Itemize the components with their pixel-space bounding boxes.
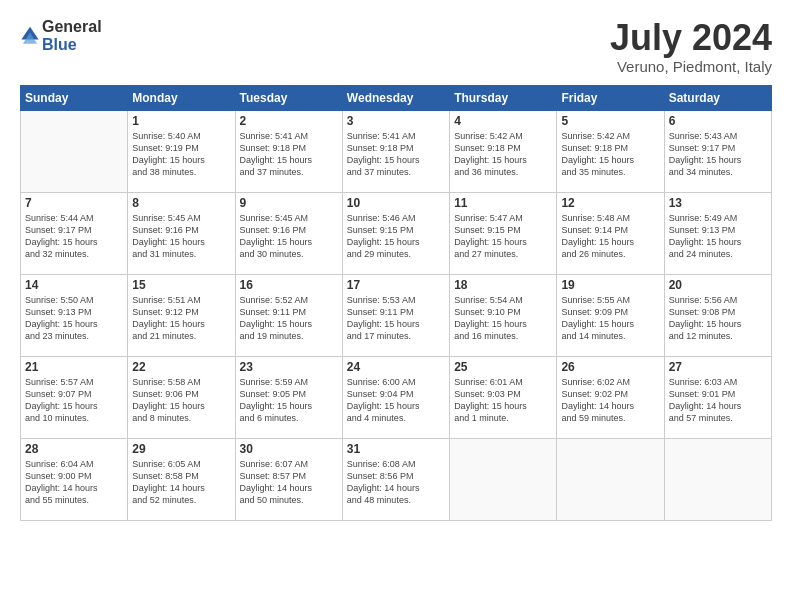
month-title: July 2024 [610,18,772,58]
day-info: Sunrise: 5:56 AM Sunset: 9:08 PM Dayligh… [669,294,767,343]
logo-icon [20,24,40,48]
col-saturday: Saturday [664,85,771,110]
header: General Blue July 2024 Veruno, Piedmont,… [20,18,772,75]
table-row: 12Sunrise: 5:48 AM Sunset: 9:14 PM Dayli… [557,192,664,274]
day-info: Sunrise: 5:47 AM Sunset: 9:15 PM Dayligh… [454,212,552,261]
day-number: 18 [454,278,552,292]
day-info: Sunrise: 6:00 AM Sunset: 9:04 PM Dayligh… [347,376,445,425]
day-info: Sunrise: 5:55 AM Sunset: 9:09 PM Dayligh… [561,294,659,343]
table-row: 21Sunrise: 5:57 AM Sunset: 9:07 PM Dayli… [21,356,128,438]
table-row: 6Sunrise: 5:43 AM Sunset: 9:17 PM Daylig… [664,110,771,192]
logo-general-text: General [42,18,102,36]
col-monday: Monday [128,85,235,110]
table-row: 10Sunrise: 5:46 AM Sunset: 9:15 PM Dayli… [342,192,449,274]
day-number: 29 [132,442,230,456]
day-number: 27 [669,360,767,374]
day-info: Sunrise: 6:01 AM Sunset: 9:03 PM Dayligh… [454,376,552,425]
day-info: Sunrise: 5:42 AM Sunset: 9:18 PM Dayligh… [561,130,659,179]
day-info: Sunrise: 5:46 AM Sunset: 9:15 PM Dayligh… [347,212,445,261]
logo-text: General Blue [42,18,102,53]
table-row: 25Sunrise: 6:01 AM Sunset: 9:03 PM Dayli… [450,356,557,438]
table-row: 1Sunrise: 5:40 AM Sunset: 9:19 PM Daylig… [128,110,235,192]
table-row: 15Sunrise: 5:51 AM Sunset: 9:12 PM Dayli… [128,274,235,356]
table-row [557,438,664,520]
day-info: Sunrise: 5:59 AM Sunset: 9:05 PM Dayligh… [240,376,338,425]
day-info: Sunrise: 5:42 AM Sunset: 9:18 PM Dayligh… [454,130,552,179]
table-row: 26Sunrise: 6:02 AM Sunset: 9:02 PM Dayli… [557,356,664,438]
table-row: 18Sunrise: 5:54 AM Sunset: 9:10 PM Dayli… [450,274,557,356]
day-info: Sunrise: 5:44 AM Sunset: 9:17 PM Dayligh… [25,212,123,261]
table-row: 29Sunrise: 6:05 AM Sunset: 8:58 PM Dayli… [128,438,235,520]
day-info: Sunrise: 6:07 AM Sunset: 8:57 PM Dayligh… [240,458,338,507]
col-sunday: Sunday [21,85,128,110]
day-info: Sunrise: 6:03 AM Sunset: 9:01 PM Dayligh… [669,376,767,425]
day-info: Sunrise: 6:04 AM Sunset: 9:00 PM Dayligh… [25,458,123,507]
day-info: Sunrise: 5:45 AM Sunset: 9:16 PM Dayligh… [240,212,338,261]
table-row: 8Sunrise: 5:45 AM Sunset: 9:16 PM Daylig… [128,192,235,274]
table-row: 11Sunrise: 5:47 AM Sunset: 9:15 PM Dayli… [450,192,557,274]
day-number: 1 [132,114,230,128]
day-number: 5 [561,114,659,128]
title-block: July 2024 Veruno, Piedmont, Italy [610,18,772,75]
day-info: Sunrise: 5:49 AM Sunset: 9:13 PM Dayligh… [669,212,767,261]
day-info: Sunrise: 5:52 AM Sunset: 9:11 PM Dayligh… [240,294,338,343]
table-row: 28Sunrise: 6:04 AM Sunset: 9:00 PM Dayli… [21,438,128,520]
table-row [21,110,128,192]
col-thursday: Thursday [450,85,557,110]
calendar-week-row: 28Sunrise: 6:04 AM Sunset: 9:00 PM Dayli… [21,438,772,520]
day-info: Sunrise: 6:05 AM Sunset: 8:58 PM Dayligh… [132,458,230,507]
day-number: 6 [669,114,767,128]
table-row [664,438,771,520]
day-info: Sunrise: 5:43 AM Sunset: 9:17 PM Dayligh… [669,130,767,179]
calendar-week-row: 14Sunrise: 5:50 AM Sunset: 9:13 PM Dayli… [21,274,772,356]
location: Veruno, Piedmont, Italy [610,58,772,75]
table-row: 27Sunrise: 6:03 AM Sunset: 9:01 PM Dayli… [664,356,771,438]
table-row: 31Sunrise: 6:08 AM Sunset: 8:56 PM Dayli… [342,438,449,520]
table-row: 24Sunrise: 6:00 AM Sunset: 9:04 PM Dayli… [342,356,449,438]
day-number: 8 [132,196,230,210]
day-number: 4 [454,114,552,128]
day-number: 2 [240,114,338,128]
table-row: 7Sunrise: 5:44 AM Sunset: 9:17 PM Daylig… [21,192,128,274]
table-row: 22Sunrise: 5:58 AM Sunset: 9:06 PM Dayli… [128,356,235,438]
day-number: 14 [25,278,123,292]
day-number: 20 [669,278,767,292]
day-info: Sunrise: 5:57 AM Sunset: 9:07 PM Dayligh… [25,376,123,425]
day-number: 19 [561,278,659,292]
table-row: 30Sunrise: 6:07 AM Sunset: 8:57 PM Dayli… [235,438,342,520]
day-number: 15 [132,278,230,292]
day-number: 9 [240,196,338,210]
table-row: 20Sunrise: 5:56 AM Sunset: 9:08 PM Dayli… [664,274,771,356]
day-info: Sunrise: 5:41 AM Sunset: 9:18 PM Dayligh… [347,130,445,179]
day-number: 16 [240,278,338,292]
calendar-week-row: 21Sunrise: 5:57 AM Sunset: 9:07 PM Dayli… [21,356,772,438]
table-row: 3Sunrise: 5:41 AM Sunset: 9:18 PM Daylig… [342,110,449,192]
day-number: 31 [347,442,445,456]
table-row: 13Sunrise: 5:49 AM Sunset: 9:13 PM Dayli… [664,192,771,274]
day-number: 23 [240,360,338,374]
logo-blue-text: Blue [42,36,102,54]
table-row: 5Sunrise: 5:42 AM Sunset: 9:18 PM Daylig… [557,110,664,192]
day-number: 30 [240,442,338,456]
day-info: Sunrise: 5:51 AM Sunset: 9:12 PM Dayligh… [132,294,230,343]
logo: General Blue [20,18,102,53]
table-row: 16Sunrise: 5:52 AM Sunset: 9:11 PM Dayli… [235,274,342,356]
calendar-table: Sunday Monday Tuesday Wednesday Thursday… [20,85,772,521]
day-number: 7 [25,196,123,210]
col-wednesday: Wednesday [342,85,449,110]
day-number: 13 [669,196,767,210]
day-info: Sunrise: 6:08 AM Sunset: 8:56 PM Dayligh… [347,458,445,507]
day-info: Sunrise: 5:54 AM Sunset: 9:10 PM Dayligh… [454,294,552,343]
calendar-week-row: 1Sunrise: 5:40 AM Sunset: 9:19 PM Daylig… [21,110,772,192]
calendar-header-row: Sunday Monday Tuesday Wednesday Thursday… [21,85,772,110]
table-row: 19Sunrise: 5:55 AM Sunset: 9:09 PM Dayli… [557,274,664,356]
calendar-week-row: 7Sunrise: 5:44 AM Sunset: 9:17 PM Daylig… [21,192,772,274]
day-number: 17 [347,278,445,292]
day-number: 25 [454,360,552,374]
day-info: Sunrise: 5:58 AM Sunset: 9:06 PM Dayligh… [132,376,230,425]
col-tuesday: Tuesday [235,85,342,110]
day-number: 28 [25,442,123,456]
day-info: Sunrise: 5:40 AM Sunset: 9:19 PM Dayligh… [132,130,230,179]
day-info: Sunrise: 5:50 AM Sunset: 9:13 PM Dayligh… [25,294,123,343]
table-row: 2Sunrise: 5:41 AM Sunset: 9:18 PM Daylig… [235,110,342,192]
